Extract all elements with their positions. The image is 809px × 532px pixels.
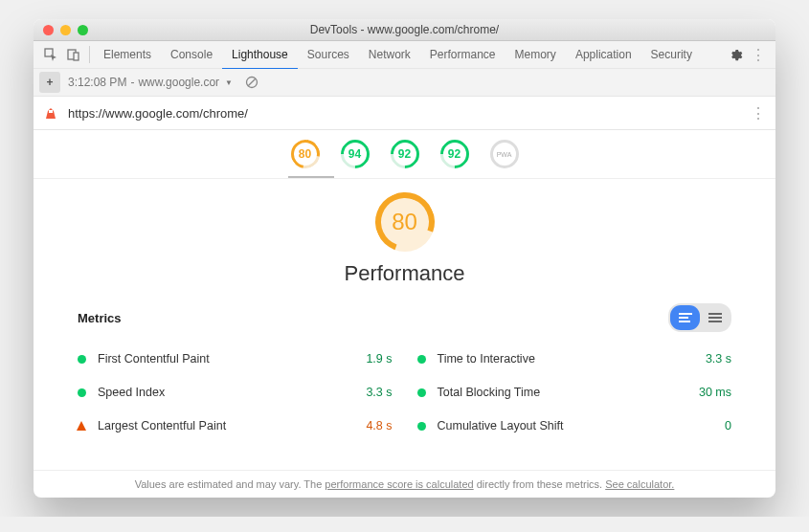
svg-rect-8 [679, 321, 690, 322]
status-dot-icon [78, 388, 86, 397]
status-dot-icon [78, 355, 86, 364]
performance-gauge: 80 Performance [78, 192, 731, 303]
svg-rect-2 [74, 53, 79, 60]
view-expanded-icon[interactable] [670, 305, 700, 330]
performance-score: 80 [375, 192, 435, 252]
new-report-button[interactable]: + [39, 72, 60, 93]
view-compact-icon[interactable] [700, 305, 730, 330]
metric-time-to-interactive: Time to Interactive 3.3 s [417, 342, 732, 375]
svg-rect-7 [679, 317, 688, 319]
lighthouse-logo-icon [43, 105, 58, 121]
report-timestamp: 3:12:08 PM [68, 76, 126, 89]
inspect-element-icon[interactable] [39, 44, 62, 65]
metric-total-blocking-time: Total Blocking Time 30 ms [417, 375, 732, 409]
tab-memory[interactable]: Memory [506, 41, 566, 68]
tab-performance[interactable]: Performance [420, 41, 506, 68]
report-menu-icon[interactable]: ⋮ [751, 104, 766, 122]
window-title: DevTools - www.google.com/chrome/ [34, 23, 775, 36]
devtools-tabs: Elements Console Lighthouse Sources Netw… [34, 41, 775, 69]
report-content[interactable]: 80 Performance Metrics First Contentful … [34, 179, 775, 470]
settings-gear-icon[interactable] [724, 44, 747, 65]
tab-network[interactable]: Network [359, 41, 420, 68]
report-dropdown[interactable]: 3:12:08 PM - www.google.cor ▼ [68, 76, 233, 89]
category-gauges: 80 94 92 92 PWA [34, 130, 775, 179]
svg-rect-6 [679, 313, 692, 315]
metrics-view-toggle[interactable] [668, 303, 731, 332]
status-dot-icon [417, 388, 426, 397]
status-triangle-icon [77, 421, 86, 431]
status-dot-icon [417, 422, 426, 431]
gauge-accessibility[interactable]: 94 [341, 140, 370, 168]
device-toolbar-icon[interactable] [62, 44, 85, 65]
tab-console[interactable]: Console [161, 41, 222, 68]
gauge-pwa[interactable]: PWA [490, 140, 519, 168]
score-calc-link[interactable]: performance score is calculated [325, 478, 473, 490]
tab-elements[interactable]: Elements [94, 41, 161, 68]
svg-rect-9 [708, 313, 722, 315]
tab-application[interactable]: Application [566, 41, 641, 68]
gauge-underline [288, 176, 334, 178]
svg-rect-5 [49, 110, 53, 113]
devtools-window: DevTools - www.google.com/chrome/ Elemen… [34, 19, 775, 498]
lighthouse-toolbar: + 3:12:08 PM - www.google.cor ▼ [34, 69, 775, 97]
metrics-footer: Values are estimated and may vary. The p… [34, 470, 775, 498]
status-dot-icon [417, 355, 426, 364]
tab-lighthouse[interactable]: Lighthouse [222, 41, 298, 70]
metric-speed-index: Speed Index 3.3 s [78, 375, 393, 409]
performance-label: Performance [345, 261, 465, 286]
metric-cumulative-layout-shift: Cumulative Layout Shift 0 [417, 409, 732, 442]
metric-largest-contentful-paint: Largest Contentful Paint 4.8 s [78, 409, 393, 442]
report-url: https://www.google.com/chrome/ [68, 106, 741, 121]
clear-icon[interactable] [240, 72, 263, 93]
svg-line-4 [248, 78, 256, 86]
report-host: www.google.cor [138, 76, 219, 89]
url-bar: https://www.google.com/chrome/ ⋮ [34, 97, 775, 130]
divider [89, 46, 90, 63]
metrics-title: Metrics [78, 311, 122, 325]
gauge-seo[interactable]: 92 [440, 140, 469, 168]
chevron-down-icon: ▼ [225, 78, 233, 87]
tab-security[interactable]: Security [641, 41, 702, 68]
more-menu-icon[interactable]: ⋮ [747, 44, 770, 65]
metric-first-contentful-paint: First Contentful Paint 1.9 s [78, 342, 393, 375]
metrics-header: Metrics [78, 303, 731, 332]
see-calculator-link[interactable]: See calculator. [605, 478, 674, 490]
svg-rect-10 [708, 317, 722, 319]
tab-sources[interactable]: Sources [298, 41, 359, 68]
metrics-grid: First Contentful Paint 1.9 s Time to Int… [78, 342, 731, 442]
titlebar: DevTools - www.google.com/chrome/ [34, 19, 775, 41]
gauge-performance[interactable]: 80 [291, 140, 320, 168]
svg-rect-11 [708, 321, 722, 322]
gauge-best-practices[interactable]: 92 [391, 140, 419, 168]
